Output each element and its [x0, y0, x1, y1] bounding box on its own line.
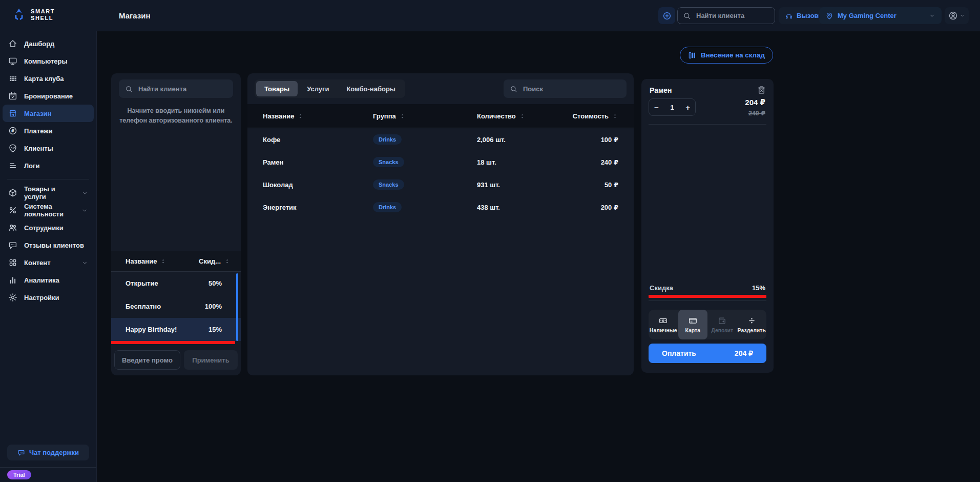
- pay-button[interactable]: Оплатить 204 ₽: [649, 344, 766, 363]
- payment-cash[interactable]: Наличные: [649, 310, 678, 339]
- catalog-tabs: Товары Услуги Комбо-наборы: [255, 79, 405, 98]
- remove-item-trash-icon[interactable]: [757, 85, 766, 95]
- increase-quantity-button[interactable]: [685, 104, 690, 111]
- product-name: Кофе: [263, 136, 373, 144]
- stock-intake-label: Внесение на склад: [701, 51, 765, 59]
- client-search-input[interactable]: [137, 85, 227, 93]
- product-row[interactable]: Энергетик Drinks 438 шт. 200 ₽: [247, 196, 634, 218]
- divide-icon: [747, 316, 756, 325]
- promo-row[interactable]: Бесплатно 100%: [111, 295, 241, 318]
- product-search[interactable]: [504, 79, 627, 98]
- sidebar-item-goods-services[interactable]: Товары и услуги: [3, 184, 94, 202]
- payment-methods: Наличные Карта Депозит Разделить: [649, 310, 766, 339]
- trial-badge: Trial: [7, 470, 31, 479]
- sidebar-item-loyalty[interactable]: Система лояльности: [3, 202, 94, 219]
- tab-goods[interactable]: Товары: [256, 81, 298, 96]
- product-price: 50 ₽: [604, 181, 618, 189]
- sidebar-item-label: Логи: [24, 162, 39, 170]
- quantity-stepper: 1: [649, 98, 696, 116]
- header-client-search[interactable]: [677, 7, 775, 24]
- sidebar-item-label: Товары и услуги: [24, 185, 75, 200]
- product-row[interactable]: Кофе Drinks 2,006 шт. 100 ₽: [247, 128, 634, 151]
- tab-combos[interactable]: Комбо-наборы: [338, 81, 404, 96]
- promo-col-discount[interactable]: Скид...: [199, 257, 221, 265]
- sidebar-item-label: Платежи: [24, 127, 52, 135]
- sidebar: Дашборд Компьютеры Карта клуба Бронирова…: [0, 31, 97, 482]
- client-search[interactable]: [119, 79, 233, 98]
- sidebar-item-label: Бронирование: [24, 92, 73, 100]
- promo-name: Бесплатно: [126, 303, 161, 310]
- col-name[interactable]: Название: [263, 112, 373, 120]
- client-panel: Начните вводить никнейм или телефон авто…: [111, 73, 241, 375]
- quantity-value: 1: [670, 104, 674, 111]
- col-group[interactable]: Группа: [373, 112, 477, 120]
- gear-icon: [8, 293, 17, 302]
- sidebar-item-content[interactable]: Контент: [3, 254, 94, 271]
- chevron-down-icon: [81, 190, 88, 196]
- sidebar-item-logs[interactable]: Логи: [3, 157, 94, 174]
- list-lines-icon: [8, 161, 17, 170]
- smartshell-app: SMART SHELL Магазин Вызовы My Gaming Cen…: [0, 0, 980, 482]
- search-icon: [125, 85, 133, 93]
- promo-code-field[interactable]: [114, 350, 180, 370]
- percent-icon: [8, 206, 17, 215]
- payment-card[interactable]: Карта: [678, 310, 708, 339]
- promo-discount: 100%: [205, 303, 222, 310]
- venue-selector[interactable]: My Gaming Center: [819, 7, 942, 24]
- search-icon: [683, 12, 691, 20]
- promo-scrollbar[interactable]: [236, 273, 238, 341]
- group-badge: Drinks: [373, 134, 402, 145]
- sidebar-item-clients[interactable]: Клиенты: [3, 139, 94, 157]
- cube-icon: [8, 188, 17, 197]
- col-price[interactable]: Стоимость: [573, 112, 618, 120]
- headset-icon: [785, 12, 793, 20]
- col-quantity[interactable]: Количество: [477, 112, 573, 120]
- product-name: Энергетик: [263, 204, 373, 211]
- payment-split[interactable]: Разделить: [737, 310, 767, 339]
- logo-text: SMART SHELL: [31, 8, 55, 21]
- discount-underline: [649, 295, 766, 298]
- support-chat-button[interactable]: Чат поддержки: [7, 445, 89, 460]
- sidebar-divider: [7, 179, 89, 179]
- people-icon: [8, 223, 17, 232]
- product-price: 100 ₽: [601, 136, 618, 144]
- tab-services[interactable]: Услуги: [299, 81, 337, 96]
- sidebar-item-booking[interactable]: Бронирование: [3, 87, 94, 105]
- bar-chart-icon: [8, 275, 17, 285]
- products-panel: Товары Услуги Комбо-наборы Название Груп…: [247, 73, 634, 375]
- sort-icon: [399, 113, 406, 119]
- app-logo[interactable]: SMART SHELL: [11, 7, 55, 23]
- decrease-quantity-button[interactable]: [654, 104, 659, 111]
- chevron-down-icon: [81, 259, 88, 266]
- group-badge: Snacks: [373, 179, 404, 190]
- promo-row-selected[interactable]: Happy Birthday! 15%: [111, 318, 241, 341]
- sidebar-item-payments[interactable]: Платежи: [3, 122, 94, 139]
- sidebar-item-staff[interactable]: Сотрудники: [3, 219, 94, 236]
- promo-col-name[interactable]: Название: [126, 257, 157, 265]
- sidebar-item-dashboard[interactable]: Дашборд: [3, 35, 94, 52]
- sidebar-item-shop[interactable]: Магазин: [3, 105, 94, 122]
- sidebar-item-label: Система лояльности: [24, 203, 75, 218]
- promo-row[interactable]: Открытие 50%: [111, 272, 241, 295]
- sidebar-item-computers[interactable]: Компьютеры: [3, 52, 94, 70]
- sidebar-item-settings[interactable]: Настройки: [3, 289, 94, 306]
- product-name: Рамен: [263, 158, 373, 166]
- calendar-icon: [8, 91, 17, 101]
- product-row[interactable]: Шоколад Snacks 931 шт. 50 ₽: [247, 173, 634, 196]
- header-client-search-input[interactable]: [695, 11, 769, 20]
- sidebar-item-reviews[interactable]: Отзывы клиентов: [3, 236, 94, 254]
- product-row[interactable]: Рамен Snacks 18 шт. 240 ₽: [247, 151, 634, 173]
- promo-code-input[interactable]: [121, 356, 174, 365]
- product-search-input[interactable]: [522, 85, 620, 93]
- add-button[interactable]: [658, 7, 675, 24]
- wallet-icon: [718, 316, 726, 325]
- sidebar-item-club-map[interactable]: Карта клуба: [3, 70, 94, 87]
- promo-discount: 15%: [208, 326, 222, 333]
- payment-label: Разделить: [738, 327, 766, 333]
- sidebar-item-analytics[interactable]: Аналитика: [3, 271, 94, 289]
- apply-promo-button[interactable]: Применить: [184, 350, 238, 370]
- sidebar-item-label: Аналитика: [24, 276, 59, 284]
- stock-intake-button[interactable]: Внесение на склад: [680, 47, 773, 64]
- user-menu[interactable]: [945, 7, 969, 24]
- pay-button-label: Оплатить: [662, 349, 696, 357]
